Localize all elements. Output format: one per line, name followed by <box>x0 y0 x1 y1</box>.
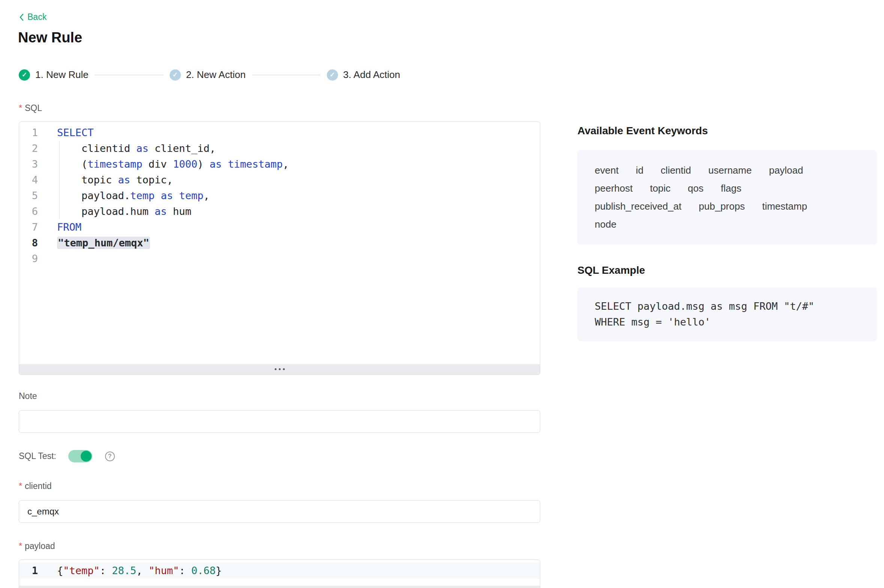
keyword-row: eventidclientidusernamepayload <box>595 161 860 179</box>
line-number: 1 <box>19 563 45 579</box>
line-number: 9 <box>19 251 45 267</box>
sql-editor-resize-handle[interactable] <box>19 364 540 375</box>
back-link[interactable]: Back <box>19 12 47 22</box>
sql-example-line: SELECT payload.msg as msg FROM "t/#" <box>595 298 860 314</box>
step-label: 1. New Rule <box>35 69 89 81</box>
keyword-peerhost: peerhost <box>595 179 633 197</box>
code-token: temp <box>130 190 155 201</box>
code-token: , <box>136 565 149 576</box>
indent-guide <box>59 141 60 219</box>
keyword-row: publish_received_atpub_propstimestamp <box>595 197 860 215</box>
code-line: 4 topic as topic, <box>19 172 540 188</box>
keyword-timestamp: timestamp <box>762 197 807 215</box>
code-token: 0.68 <box>191 565 216 576</box>
toggle-knob <box>81 451 92 462</box>
sql-code-area[interactable]: 1SELECT2 clientid as client_id,3 (timest… <box>19 122 540 364</box>
code-token: : <box>100 565 112 576</box>
step-1[interactable]: ✓1. New Rule <box>19 69 89 81</box>
code-line-text: payload.temp as temp, <box>45 188 209 204</box>
resize-dot <box>283 368 285 370</box>
code-line: 7FROM <box>19 219 540 235</box>
code-token: } <box>216 565 222 576</box>
keyword-qos: qos <box>688 179 704 197</box>
note-field-label: Note <box>19 391 540 402</box>
sql-editor[interactable]: 1SELECT2 clientid as client_id,3 (timest… <box>19 122 540 375</box>
code-line-text <box>45 251 57 267</box>
line-number: 1 <box>19 125 45 141</box>
step-2[interactable]: ✓2. New Action <box>170 69 246 81</box>
code-token: 1000 <box>173 158 197 170</box>
code-token: hum <box>167 206 191 217</box>
code-token: { <box>57 565 63 576</box>
required-asterisk: * <box>19 541 22 551</box>
keywords-box: eventidclientidusernamepayloadpeerhostto… <box>577 150 877 244</box>
sql-example-heading: SQL Example <box>577 264 877 277</box>
code-line: 5 payload.temp as temp, <box>19 188 540 204</box>
required-asterisk: * <box>19 103 22 113</box>
code-line-text: "temp_hum/emqx" <box>45 235 150 251</box>
step-check-icon: ✓ <box>170 69 181 81</box>
code-token: as <box>161 190 173 201</box>
resize-dot <box>275 368 277 370</box>
code-token <box>173 190 179 201</box>
note-input[interactable] <box>19 410 540 433</box>
keyword-row: peerhosttopicqosflags <box>595 179 860 197</box>
step-check-icon: ✓ <box>19 69 30 81</box>
code-token <box>155 190 161 201</box>
sql-label-text: SQL <box>25 103 42 113</box>
code-token: topic <box>57 174 118 186</box>
code-line-text: clientid as client_id, <box>45 141 216 156</box>
code-line: 1{"temp": 28.5, "hum": 0.68} <box>19 563 540 579</box>
code-token: , <box>283 158 289 170</box>
keyword-node: node <box>595 215 616 233</box>
code-line: 6 payload.hum as hum <box>19 204 540 219</box>
code-line-text: FROM <box>45 219 81 235</box>
keyword-publish_received_at: publish_received_at <box>595 197 681 215</box>
code-line: 1SELECT <box>19 125 540 141</box>
code-line-text: (timestamp div 1000) as timestamp, <box>45 156 289 172</box>
code-token: "temp" <box>63 565 100 576</box>
code-token: ( <box>57 158 87 170</box>
code-token: as <box>136 142 149 154</box>
payload-editor-resize-handle[interactable] <box>19 586 540 588</box>
sql-test-row: SQL Test: ? <box>19 450 540 463</box>
step-connector-line <box>252 75 320 75</box>
code-token: as <box>118 174 131 186</box>
steps-indicator: ✓1. New Rule✓2. New Action✓3. Add Action <box>19 69 884 81</box>
required-asterisk: * <box>19 481 22 491</box>
sql-example-box: SELECT payload.msg as msg FROM "t/#"WHER… <box>577 287 877 341</box>
code-token: timestamp <box>228 158 283 170</box>
line-number: 8 <box>19 235 45 251</box>
payload-editor[interactable]: 1{"temp": 28.5, "hum": 0.68} <box>19 560 540 588</box>
note-label-text: Note <box>19 391 37 401</box>
rule-form: * SQL 1SELECT2 clientid as client_id,3 (… <box>19 103 540 588</box>
back-label: Back <box>27 12 47 22</box>
step-label: 3. Add Action <box>343 69 400 81</box>
keywords-heading: Available Event Keywords <box>577 124 877 137</box>
payload-code-area[interactable]: 1{"temp": 28.5, "hum": 0.68} <box>19 560 540 586</box>
chevron-left-icon <box>19 13 24 21</box>
sql-test-label: SQL Test: <box>19 451 56 462</box>
line-number: 7 <box>19 219 45 235</box>
line-number: 6 <box>19 204 45 219</box>
page-title: New Rule <box>18 29 884 46</box>
line-number: 2 <box>19 141 45 156</box>
code-token: SELECT <box>57 127 94 138</box>
sql-test-toggle[interactable] <box>68 450 92 462</box>
payload-field-label: * payload <box>19 541 540 552</box>
clientid-field-label: * clientid <box>19 481 540 492</box>
step-label: 2. New Action <box>186 69 246 81</box>
clientid-input[interactable] <box>19 500 540 523</box>
help-icon[interactable]: ? <box>105 452 115 461</box>
keyword-clientid: clientid <box>661 161 691 179</box>
clientid-label-text: clientid <box>25 481 52 491</box>
step-3[interactable]: ✓3. Add Action <box>327 69 400 81</box>
code-token: "hum" <box>149 565 179 576</box>
keyword-pub_props: pub_props <box>699 197 745 215</box>
code-line: 3 (timestamp div 1000) as timestamp, <box>19 156 540 172</box>
code-line-text: payload.hum as hum <box>45 204 191 219</box>
keyword-row: node <box>595 215 860 233</box>
keyword-username: username <box>708 161 752 179</box>
code-token: 28.5 <box>112 565 136 576</box>
code-line-text: {"temp": 28.5, "hum": 0.68} <box>45 563 222 579</box>
